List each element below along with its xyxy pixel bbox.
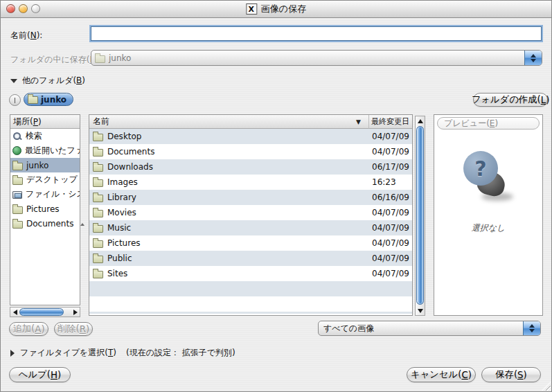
sidebar-place-item[interactable]: 検索: [10, 129, 80, 143]
places-horizontal-scrollbar[interactable]: [10, 307, 80, 317]
file-name: Desktop: [107, 132, 142, 141]
scroll-left-icon[interactable]: [10, 308, 19, 317]
save-in-value: junko: [109, 53, 131, 63]
file-modified-date: 04/07/09: [369, 238, 412, 248]
file-name: Images: [107, 177, 138, 187]
file-modified-date: 04/07/09: [369, 223, 412, 233]
scroll-down-icon[interactable]: [416, 306, 425, 315]
folder-icon: [28, 96, 38, 104]
file-modified-date: 04/07/09: [369, 253, 412, 263]
save-in-folder-dropdown[interactable]: junko: [91, 50, 542, 66]
folder-icon: [93, 225, 103, 233]
sidebar-place-item[interactable]: 最近開いたファイ.: [10, 143, 80, 158]
scrollbar-thumb[interactable]: [19, 308, 64, 316]
x11-app-icon: X: [246, 3, 257, 15]
file-name: Public: [107, 253, 132, 263]
file-type-expander[interactable]: ファイルタイプを選択(T) (現在の設定： 拡張子で判別): [10, 347, 235, 359]
folder-icon: [12, 206, 23, 214]
preview-label: プレビュー(E): [437, 117, 540, 130]
cancel-button[interactable]: キャンセル(C): [407, 367, 476, 382]
file-row[interactable]: Documents 04/07/09: [89, 144, 412, 159]
dropdown-arrows-icon: [524, 51, 542, 65]
other-folders-label: 他のフォルダ(B): [22, 75, 85, 87]
file-row[interactable]: Downloads 06/17/09: [89, 159, 412, 175]
file-list-panel: 名前 ▼ 最終変更日 Desktop 04/07/09 Documents 04…: [89, 114, 413, 316]
file-type-filter-dropdown[interactable]: すべての画像: [318, 321, 541, 336]
sidebar-place-item[interactable]: junko: [10, 158, 80, 172]
file-row[interactable]: Images 16:23: [89, 175, 412, 190]
name-label: 名前(N):: [10, 30, 42, 42]
sort-descending-icon: ▼: [356, 118, 361, 125]
zoom-button[interactable]: [31, 4, 40, 13]
file-row[interactable]: Movies 04/07/09: [89, 205, 412, 220]
minimize-button[interactable]: [19, 4, 28, 13]
window-resize-grip[interactable]: [542, 382, 551, 391]
file-modified-date: 06/16/09: [369, 193, 412, 202]
file-type-label: ファイルタイプを選択(T): [20, 347, 116, 359]
file-row[interactable]: Library 06/16/09: [89, 190, 412, 205]
pathbar-junko-button[interactable]: junko: [24, 93, 73, 106]
file-name: Library: [107, 193, 136, 202]
file-modified-date: 04/07/09: [369, 208, 412, 217]
create-folder-button[interactable]: フォルダの作成(L): [473, 93, 548, 107]
window-title-group: X 画像の保存: [246, 3, 306, 15]
folder-icon: [93, 271, 103, 278]
sidebar-place-item[interactable]: Pictures: [10, 202, 80, 216]
file-modified-date: 04/07/09: [369, 132, 412, 141]
folder-icon: [95, 55, 105, 63]
file-list-empty-area: [89, 281, 412, 314]
file-list-body: Desktop 04/07/09 Documents 04/07/09 Down…: [89, 129, 412, 281]
save-in-label: フォルダの中に保存(F):: [10, 54, 100, 66]
pane-splitter-grip[interactable]: [80, 222, 85, 227]
sidebar-place-item[interactable]: Documents: [10, 216, 80, 231]
file-row[interactable]: Sites 04/07/09: [89, 266, 412, 281]
folder-icon: [93, 164, 103, 172]
pathbar-current-label: junko: [41, 95, 66, 105]
file-modified-date: 16:23: [369, 177, 412, 187]
folder-icon: [93, 256, 103, 263]
other-folders-expander[interactable]: 他のフォルダ(B): [10, 75, 85, 87]
file-list-vertical-scrollbar[interactable]: [415, 116, 425, 316]
file-row[interactable]: Public 04/07/09: [89, 251, 412, 266]
scroll-up-icon[interactable]: [416, 116, 425, 125]
filter-value: すべての画像: [323, 323, 374, 335]
recent-icon: [12, 146, 21, 155]
window-controls: [6, 4, 40, 13]
help-button[interactable]: ヘルプ(H): [9, 367, 71, 382]
column-header-modified[interactable]: 最終変更日: [369, 115, 412, 129]
file-list-header: 名前 ▼ 最終変更日: [89, 115, 412, 129]
window-title: 画像の保存: [261, 3, 306, 15]
remove-place-button[interactable]: 削除(R): [54, 322, 93, 336]
folder-icon: [93, 195, 103, 202]
save-button[interactable]: 保存(S): [481, 367, 541, 382]
scroll-right-icon[interactable]: [71, 308, 80, 317]
scrollbar-thumb[interactable]: [416, 126, 424, 305]
folder-icon: [93, 210, 103, 217]
folder-icon: [93, 240, 103, 248]
file-name: Pictures: [107, 238, 141, 248]
dropdown-arrows-icon: [523, 321, 540, 335]
sidebar-place-item[interactable]: デスクトップ: [10, 172, 80, 187]
save-image-dialog: X 画像の保存 名前(N): フォルダの中に保存(F): junko 他のフォル…: [0, 0, 552, 392]
sidebar-place-item[interactable]: ファイル・システ.: [10, 187, 80, 202]
file-row[interactable]: Music 04/07/09: [89, 220, 412, 235]
path-scroll-button[interactable]: [9, 94, 21, 106]
file-modified-date: 06/17/09: [369, 162, 412, 172]
file-row[interactable]: Pictures 04/07/09: [89, 235, 412, 251]
folder-icon: [12, 221, 23, 229]
folder-icon: [93, 134, 103, 141]
filename-input[interactable]: [91, 26, 542, 41]
add-place-button[interactable]: 追加(A): [9, 322, 48, 336]
folder-icon: [93, 179, 103, 187]
expander-closed-icon: [10, 350, 15, 357]
column-header-name[interactable]: 名前 ▼: [89, 115, 369, 129]
places-panel: 場所(P) 検索 最近開いたファイ. junko デスクトップ ファイル・システ…: [10, 114, 80, 305]
file-row[interactable]: Desktop 04/07/09: [89, 129, 412, 144]
titlebar[interactable]: X 画像の保存: [1, 1, 551, 18]
close-button[interactable]: [6, 4, 15, 13]
places-header[interactable]: 場所(P): [10, 115, 80, 129]
folder-icon: [12, 163, 23, 170]
file-modified-date: 04/07/09: [369, 269, 412, 278]
expander-open-icon: [10, 79, 17, 83]
search-icon: [12, 132, 22, 141]
